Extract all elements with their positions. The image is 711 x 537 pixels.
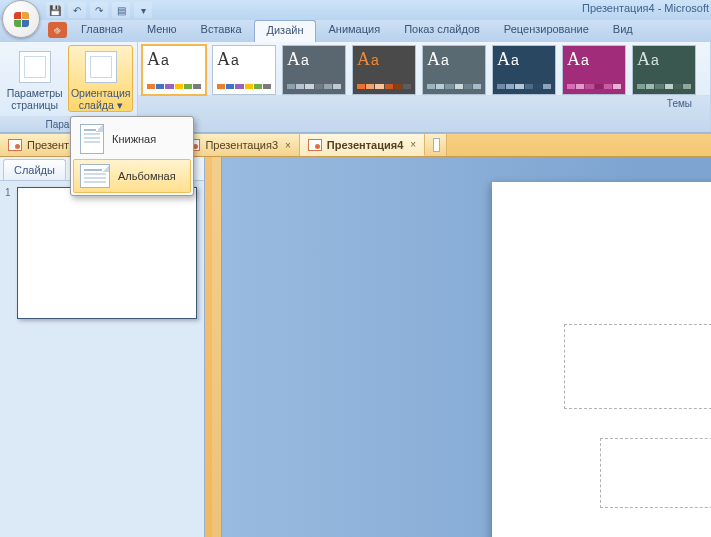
qat-redo-icon[interactable]: ↷ — [90, 2, 108, 18]
page-setup-button[interactable]: Параметры страницы — [4, 45, 65, 112]
theme-swatch[interactable]: Aa — [212, 45, 276, 95]
doc-tab-label: Презентация3 — [205, 139, 278, 151]
doc-tab[interactable]: Презентация4 × — [300, 134, 425, 156]
close-icon[interactable]: × — [283, 140, 293, 151]
theme-swatch[interactable]: Aa — [632, 45, 696, 95]
doc-tab-label: Презент — [27, 139, 69, 151]
presentation-icon — [8, 139, 22, 151]
stage-gutter — [212, 157, 222, 537]
orientation-icon — [85, 51, 117, 83]
doc-tab-new[interactable] — [425, 134, 447, 156]
doc-tab[interactable]: Презентация3 × — [178, 134, 299, 156]
tab-review[interactable]: Рецензирование — [492, 20, 601, 42]
window-title: Презентация4 - Microsoft — [582, 2, 709, 14]
landscape-page-icon — [80, 164, 110, 188]
portrait-page-icon — [80, 124, 104, 154]
ribbon-tabs: ⎆ Главная Меню Вставка Дизайн Анимация П… — [0, 20, 711, 42]
theme-swatch[interactable]: Aa — [492, 45, 556, 95]
orientation-portrait-label: Книжная — [112, 133, 156, 145]
orientation-label: Ориентация слайда ▾ — [71, 87, 131, 111]
qat-save-icon[interactable]: 💾 — [46, 2, 64, 18]
orientation-landscape-label: Альбомная — [118, 170, 176, 182]
slide-thumbnail[interactable] — [17, 187, 197, 319]
slide-stage: Заго Под — [212, 157, 711, 537]
work-area: Слайды 1 Заго Под — [0, 157, 711, 537]
slide-number: 1 — [5, 187, 13, 198]
theme-swatch[interactable]: Aa — [142, 45, 206, 95]
theme-swatch[interactable]: Aa — [562, 45, 626, 95]
orientation-dropdown: Книжная Альбомная — [70, 116, 194, 196]
tab-menu[interactable]: Меню — [135, 20, 189, 42]
theme-swatch[interactable]: Aa — [352, 45, 416, 95]
panel-resize-handle[interactable] — [205, 157, 212, 537]
quick-access-toolbar: 💾 ↶ ↷ ▤ ▾ — [46, 2, 152, 18]
title-placeholder[interactable]: Заго — [564, 324, 711, 409]
tab-view[interactable]: Вид — [601, 20, 645, 42]
tab-slideshow[interactable]: Показ слайдов — [392, 20, 492, 42]
slide-orientation-button[interactable]: Ориентация слайда ▾ — [68, 45, 133, 112]
office-button[interactable] — [2, 0, 40, 38]
tab-home[interactable]: Главная — [69, 20, 135, 42]
tab-design[interactable]: Дизайн — [254, 20, 317, 42]
ribbon-group-themes: AaAaAaAaAaAaAaAa Темы — [138, 42, 711, 132]
page-setup-icon — [19, 51, 51, 83]
tab-insert[interactable]: Вставка — [189, 20, 254, 42]
close-icon[interactable]: × — [408, 139, 418, 150]
theme-swatch[interactable]: Aa — [422, 45, 486, 95]
qat-print-icon[interactable]: ▤ — [112, 2, 130, 18]
doc-tab[interactable]: Презент — [0, 134, 76, 156]
slides-panel: Слайды 1 — [0, 157, 205, 537]
doc-tab-label: Презентация4 — [327, 139, 403, 151]
presentation-icon — [308, 139, 322, 151]
slide-canvas[interactable]: Заго Под — [492, 182, 711, 537]
qat-undo-icon[interactable]: ↶ — [68, 2, 86, 18]
tab-addin-chip[interactable]: ⎆ — [48, 22, 67, 38]
page-setup-label: Параметры страницы — [7, 87, 63, 111]
slides-tab[interactable]: Слайды — [3, 159, 66, 180]
title-bar: 💾 ↶ ↷ ▤ ▾ Презентация4 - Microsoft — [0, 0, 711, 20]
themes-group-label: Темы — [138, 95, 710, 132]
thumbnails: 1 — [0, 181, 204, 537]
qat-more-icon[interactable]: ▾ — [134, 2, 152, 18]
subtitle-placeholder[interactable]: Под — [600, 438, 711, 508]
theme-swatch[interactable]: Aa — [282, 45, 346, 95]
page-icon — [433, 138, 440, 152]
tab-animation[interactable]: Анимация — [316, 20, 392, 42]
orientation-portrait-item[interactable]: Книжная — [73, 119, 191, 159]
orientation-landscape-item[interactable]: Альбомная — [73, 159, 191, 193]
